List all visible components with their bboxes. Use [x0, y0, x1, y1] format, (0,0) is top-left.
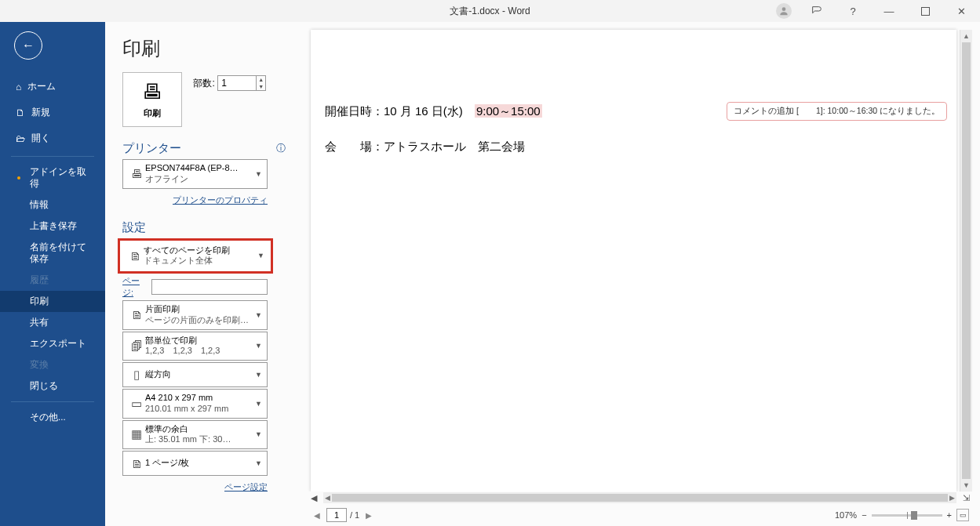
- scroll-up-icon[interactable]: ▲: [960, 30, 972, 42]
- zoom-out-button[interactable]: −: [862, 510, 866, 520]
- chevron-down-icon: ▼: [252, 459, 262, 467]
- print-preview: 開催日時：10 月 16 日(水) 9:00～15:00 会 場：アトラスホール…: [300, 22, 980, 526]
- nav-print[interactable]: 印刷: [0, 291, 105, 312]
- zoom-in-button[interactable]: +: [947, 510, 952, 520]
- vertical-scrollbar[interactable]: ▲ ▼: [960, 30, 972, 492]
- nav-save[interactable]: 上書き保存: [0, 216, 105, 237]
- nav-open[interactable]: 🗁開く: [0, 125, 105, 151]
- open-icon: 🗁: [16, 133, 25, 144]
- settings-section-label: 設定: [122, 220, 146, 235]
- prev-page-button[interactable]: ◀: [311, 511, 323, 520]
- scroll-down-icon[interactable]: ▼: [960, 479, 972, 492]
- spin-up[interactable]: ▲: [257, 76, 265, 83]
- nav-more[interactable]: その他...: [0, 407, 105, 428]
- nav-share[interactable]: 共有: [0, 312, 105, 333]
- chevron-down-icon: ▼: [252, 400, 262, 408]
- scroll-left-icon[interactable]: ◀: [323, 494, 332, 502]
- collate-selector[interactable]: 🗐 部単位で印刷1,2,3 1,2,3 1,2,3 ▼: [122, 332, 268, 361]
- svg-rect-1: [921, 7, 929, 15]
- nav-close[interactable]: 閉じる: [0, 375, 105, 397]
- sheet-icon: 🗎: [128, 455, 145, 472]
- printer-properties-link[interactable]: プリンターのプロパティ: [173, 195, 268, 205]
- nav-home[interactable]: ⌂ホーム: [0, 74, 105, 100]
- print-settings-panel: 印刷 🖶 印刷 部数: ▲▼ プリンター ⓘ 🖶 EPSON744F8A (EP…: [105, 22, 300, 526]
- printer-icon: 🖶: [142, 80, 162, 104]
- zoom-to-page-button[interactable]: ▭: [956, 509, 969, 521]
- horizontal-scrollbar[interactable]: ◀ ▶: [323, 492, 956, 503]
- scroll-thumb[interactable]: [962, 42, 971, 479]
- back-button[interactable]: ←: [14, 31, 42, 60]
- printer-icon: 🖶: [128, 165, 145, 183]
- margins-selector[interactable]: ▦ 標準の余白上: 35.01 mm 下: 30… ▼: [122, 420, 268, 450]
- scroll-thumb[interactable]: [332, 494, 948, 502]
- minimize-button[interactable]: —: [873, 0, 905, 22]
- highlighted-time: 9:00～15:00: [475, 104, 542, 118]
- paper-selector[interactable]: ▭ A4 210 x 297 mm210.01 mm x 297 mm ▼: [122, 389, 268, 419]
- separator: [11, 401, 94, 402]
- window-title: 文書-1.docx - Word: [450, 5, 530, 18]
- scroll-left-end-icon[interactable]: ◀: [308, 492, 320, 504]
- collate-icon: 🗐: [128, 337, 145, 354]
- preview-footer: ◀ / 1 ▶ 107% − + ▭: [300, 504, 980, 526]
- nav-history: 履歴: [0, 270, 105, 291]
- page-total: / 1: [350, 510, 359, 520]
- page-icon: 🗎: [128, 307, 145, 324]
- svg-point-0: [782, 7, 786, 11]
- nav-info[interactable]: 情報: [0, 194, 105, 216]
- chevron-down-icon: ▼: [252, 311, 262, 319]
- pages-per-sheet-selector[interactable]: 🗎 1 ページ/枚 ▼: [122, 451, 268, 476]
- printer-selector[interactable]: 🖶 EPSON744F8A (EP-8…オフライン ▼: [122, 159, 268, 189]
- home-icon: ⌂: [16, 82, 21, 93]
- copies-label: 部数:: [193, 77, 214, 90]
- chevron-down-icon: ▼: [252, 371, 262, 379]
- margins-icon: ▦: [128, 426, 145, 443]
- preview-page: 開催日時：10 月 16 日(水) 9:00～15:00 会 場：アトラスホール…: [311, 30, 956, 492]
- page-setup-link[interactable]: ページ設定: [224, 482, 268, 492]
- page-title: 印刷: [122, 36, 286, 61]
- nav-new[interactable]: 🗋新規: [0, 100, 105, 125]
- nav-addins[interactable]: アドインを取得: [0, 161, 105, 194]
- comment-balloon[interactable]: コメントの追加 [ 1]: 10:00～16:30 になりました。: [727, 102, 947, 121]
- nav-saveas[interactable]: 名前を付けて保存: [0, 237, 105, 270]
- page-icon: 🗎: [126, 247, 144, 264]
- print-range-selector[interactable]: 🗎 すべてのページを印刷ドキュメント全体 ▼: [118, 238, 273, 274]
- orientation-selector[interactable]: ▯ 縦方向 ▼: [122, 362, 268, 387]
- page-number-input[interactable]: [326, 508, 347, 522]
- zoom-value: 107%: [835, 510, 857, 520]
- next-page-button[interactable]: ▶: [362, 511, 375, 520]
- help-icon[interactable]: ?: [837, 0, 869, 22]
- switch-view-icon[interactable]: ⇲: [960, 492, 972, 504]
- pages-label: ページ:: [122, 275, 148, 299]
- paper-icon: ▭: [128, 395, 145, 412]
- pages-input[interactable]: [151, 279, 268, 295]
- info-icon[interactable]: ⓘ: [276, 142, 286, 155]
- coming-soon-icon[interactable]: [801, 0, 832, 22]
- chevron-down-icon: ▼: [254, 252, 264, 259]
- print-button[interactable]: 🖶 印刷: [122, 72, 182, 127]
- chevron-down-icon: ▼: [252, 170, 262, 178]
- separator: [11, 156, 94, 157]
- portrait-icon: ▯: [128, 366, 145, 383]
- account-icon[interactable]: [776, 3, 792, 19]
- maximize-button[interactable]: [909, 0, 941, 22]
- scroll-right-icon[interactable]: ▶: [948, 494, 956, 502]
- titlebar: 文書-1.docx - Word ? — ✕: [0, 0, 980, 22]
- dot-icon: [17, 176, 20, 180]
- copies-input[interactable]: [217, 75, 257, 91]
- document-line-2: 会 場：アトラスホール 第二会場: [325, 140, 942, 154]
- spin-down[interactable]: ▼: [257, 83, 265, 90]
- nav-transform: 変換: [0, 354, 105, 375]
- close-button[interactable]: ✕: [945, 0, 977, 22]
- chevron-down-icon: ▼: [252, 342, 262, 350]
- backstage-sidebar: ← ⌂ホーム 🗋新規 🗁開く アドインを取得 情報 上書き保存 名前を付けて保存…: [0, 22, 105, 526]
- zoom-slider[interactable]: [872, 514, 942, 517]
- printer-section-label: プリンター: [122, 141, 181, 156]
- new-icon: 🗋: [16, 107, 25, 118]
- chevron-down-icon: ▼: [252, 430, 262, 438]
- nav-export[interactable]: エクスポート: [0, 333, 105, 354]
- sides-selector[interactable]: 🗎 片面印刷ページの片面のみを印刷し… ▼: [122, 300, 268, 330]
